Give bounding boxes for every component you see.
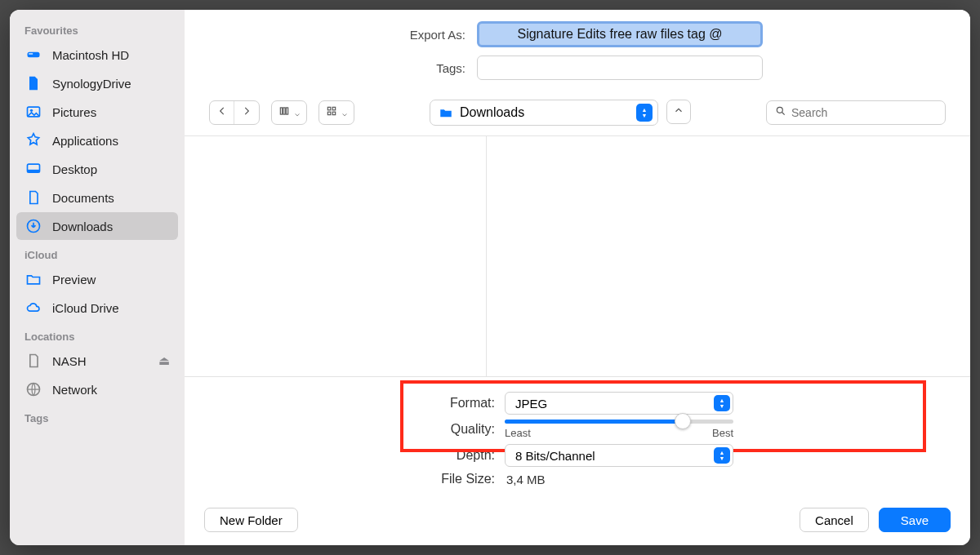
main-panel: Export As: Tags: ⌵ ⌵ [185, 10, 970, 545]
export-options: Format: JPEG Quality: [185, 377, 970, 500]
chevron-up-icon [673, 104, 684, 119]
svg-rect-1 [29, 53, 33, 54]
sidebar-item-preview[interactable]: Preview [16, 265, 178, 293]
sidebar-item-label: NASH [52, 354, 87, 368]
applications-icon [24, 131, 42, 149]
sidebar-item-network[interactable]: Network [16, 375, 178, 403]
desktop-icon [24, 160, 42, 178]
filesize-value: 3,4 MB [505, 473, 546, 486]
browser-column-left[interactable] [185, 136, 487, 376]
svg-rect-5 [28, 170, 40, 172]
file-browser [185, 136, 970, 377]
browser-column-right[interactable] [487, 136, 970, 376]
depth-label: Depth: [217, 448, 495, 463]
view-columns-button[interactable]: ⌵ [271, 100, 307, 125]
drive-icon [24, 352, 42, 370]
updown-icon [714, 395, 730, 411]
save-button[interactable]: Save [879, 508, 951, 532]
back-button[interactable] [210, 101, 234, 124]
svg-rect-8 [280, 108, 282, 114]
sidebar-item-label: SynologyDrive [52, 77, 131, 91]
collapse-button[interactable] [666, 100, 691, 124]
cloud-icon [24, 299, 42, 317]
filename-input[interactable] [477, 21, 763, 47]
folder-popup[interactable]: Downloads [430, 100, 658, 126]
quality-slider[interactable] [505, 420, 733, 424]
tags-input[interactable] [477, 56, 763, 80]
depth-value: 8 Bits/Channel [515, 449, 595, 463]
grid-icon [326, 105, 337, 120]
sidebar-section-icloud: iCloud [10, 241, 185, 264]
svg-point-15 [777, 107, 782, 113]
sidebar-item-label: Downloads [52, 220, 113, 233]
quality-best-label: Best [712, 427, 733, 439]
toolbar: ⌵ ⌵ Downloads [185, 95, 970, 136]
sidebar-item-label: Preview [52, 273, 96, 286]
header-fields: Export As: Tags: [185, 10, 970, 95]
nav-back-forward [209, 100, 260, 125]
sidebar: Favourites Macintosh HD SynologyDrive Pi… [10, 10, 185, 545]
updown-icon [714, 447, 730, 464]
svg-rect-14 [332, 112, 336, 115]
sidebar-section-locations: Locations [10, 322, 185, 346]
folder-name: Downloads [460, 105, 524, 120]
sidebar-item-documents[interactable]: Documents [16, 184, 178, 211]
updown-icon [636, 104, 653, 122]
svg-rect-11 [327, 107, 331, 110]
forward-button[interactable] [234, 101, 259, 124]
dialog-footer: New Folder Cancel Save [185, 500, 970, 545]
sidebar-item-downloads[interactable]: Downloads [16, 212, 178, 240]
svg-point-3 [30, 109, 33, 112]
sidebar-item-nash[interactable]: NASH ⏏ [16, 347, 178, 375]
format-select[interactable]: JPEG [505, 392, 733, 415]
cancel-button[interactable]: Cancel [800, 508, 869, 532]
sidebar-item-icloud-drive[interactable]: iCloud Drive [16, 294, 178, 322]
search-box[interactable] [766, 100, 946, 125]
svg-rect-12 [332, 107, 336, 110]
sidebar-item-label: Network [52, 383, 97, 397]
sidebar-item-synologydrive[interactable]: SynologyDrive [16, 69, 178, 97]
folder-icon [24, 270, 42, 288]
chevron-down-icon: ⌵ [295, 109, 300, 118]
svg-rect-13 [327, 112, 331, 115]
sidebar-item-label: Macintosh HD [52, 48, 129, 62]
columns-icon [278, 105, 290, 120]
search-input[interactable] [791, 106, 937, 119]
chevron-down-icon: ⌵ [342, 109, 347, 118]
export-as-label: Export As: [392, 28, 466, 42]
depth-select[interactable]: 8 Bits/Channel [505, 444, 733, 467]
svg-rect-9 [283, 108, 285, 114]
export-dialog: Favourites Macintosh HD SynologyDrive Pi… [10, 10, 970, 545]
disk-icon [24, 46, 42, 64]
quality-least-label: Least [505, 427, 531, 439]
photo-icon [24, 103, 42, 121]
sidebar-section-favourites: Favourites [10, 16, 185, 40]
globe-icon [24, 380, 42, 398]
quality-label: Quality: [217, 422, 495, 437]
sidebar-item-applications[interactable]: Applications [16, 127, 178, 154]
format-label: Format: [217, 396, 495, 411]
new-folder-button[interactable]: New Folder [204, 508, 298, 532]
sidebar-item-label: Pictures [52, 105, 96, 119]
document-icon [24, 74, 42, 92]
sidebar-item-label: Applications [52, 134, 118, 148]
eject-icon[interactable]: ⏏ [158, 353, 170, 368]
tags-label: Tags: [392, 61, 466, 75]
sidebar-section-tags: Tags [10, 404, 185, 428]
sidebar-item-macintosh-hd[interactable]: Macintosh HD [16, 41, 178, 69]
documents-icon [24, 189, 42, 206]
folder-icon [439, 105, 453, 120]
sidebar-item-desktop[interactable]: Desktop [16, 155, 178, 183]
svg-rect-0 [28, 52, 40, 58]
filesize-label: File Size: [217, 472, 495, 486]
sidebar-item-label: iCloud Drive [52, 301, 119, 315]
search-icon [775, 105, 786, 120]
svg-rect-10 [286, 108, 287, 114]
view-grid-button[interactable]: ⌵ [318, 100, 354, 125]
sidebar-item-label: Documents [52, 191, 114, 205]
format-value: JPEG [515, 397, 547, 411]
sidebar-item-label: Desktop [52, 162, 97, 176]
download-icon [24, 217, 42, 235]
sidebar-item-pictures[interactable]: Pictures [16, 98, 178, 126]
